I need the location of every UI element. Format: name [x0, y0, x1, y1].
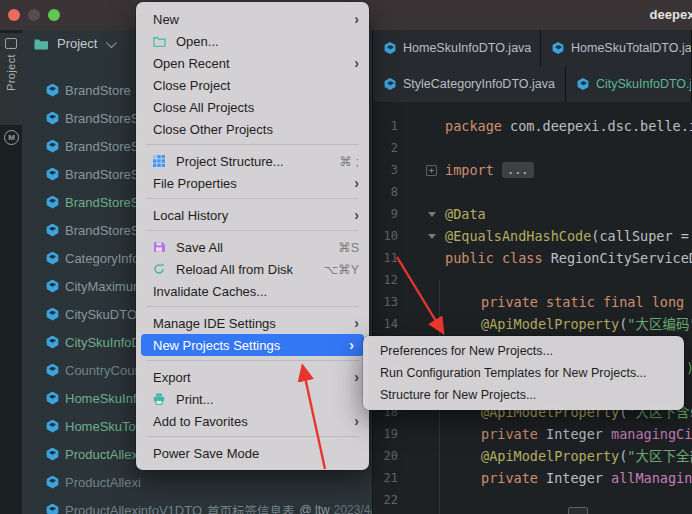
menu-item-export[interactable]: Export›: [136, 366, 369, 388]
project-tool-window-button[interactable]: Project: [0, 33, 22, 125]
menu-item-invalidate-caches[interactable]: Invalidate Caches...: [136, 280, 369, 302]
print-icon: [153, 393, 176, 405]
tree-item-label: ProductAllexi: [65, 475, 141, 490]
class-icon: [46, 420, 59, 433]
maven-icon[interactable]: M: [4, 130, 19, 145]
editor-line: 10@EqualsAndHashCode(callSuper = t: [373, 225, 692, 247]
tree-item-label: ProductAllexi: [65, 447, 141, 462]
line-number: 14: [373, 313, 398, 335]
menu-item-close-other-projects[interactable]: Close Other Projects: [136, 118, 369, 140]
minimize-traffic-light-icon[interactable]: [28, 9, 40, 21]
menu-item-local-history[interactable]: Local History›: [136, 204, 369, 226]
project-tool-label: Project: [5, 54, 17, 91]
submenu-arrow-icon: ›: [354, 52, 359, 74]
editor-tab[interactable]: HomeSkuTotalDTO.java✕: [541, 30, 692, 66]
menu-item-shortcut: ⌥⌘Y: [324, 262, 359, 277]
project-panel-title: Project: [57, 36, 97, 51]
menu-item-manage-ide-settings[interactable]: Manage IDE Settings›: [136, 312, 369, 334]
gutter: [398, 247, 445, 269]
menu-item-label: Power Save Mode: [153, 446, 359, 461]
editor-tab[interactable]: StyleCategoryInfoDTO.java✕: [373, 66, 566, 102]
editor-line: 11public class RegionCityServiceDa: [373, 247, 692, 269]
submenu-item-structure-for-new-projects[interactable]: Structure for New Projects...: [363, 384, 684, 406]
menu-item-label: Print...: [176, 392, 359, 407]
menu-item-label: Close Other Projects: [153, 122, 359, 137]
line-number: 11: [373, 247, 398, 269]
editor-line: 19private Integer managingCit: [373, 423, 692, 445]
code-text: package com.deepexi.dsc.belle.in: [445, 115, 692, 137]
chevron-down-icon[interactable]: [106, 36, 117, 47]
line-number: 12: [373, 269, 398, 291]
menu-item-open[interactable]: Open...: [136, 30, 369, 52]
fold-expand-icon[interactable]: +: [426, 165, 437, 176]
zoom-traffic-light-icon[interactable]: [48, 9, 60, 21]
editor-line: 14@ApiModelProperty("大区编码"): [373, 313, 692, 335]
submenu-arrow-icon: ›: [354, 204, 359, 226]
menu-item-add-to-favorites[interactable]: Add to Favorites›: [136, 410, 369, 432]
menu-item-project-structure[interactable]: Project Structure...⌘ ;: [136, 150, 369, 172]
editor-line: 12: [373, 269, 692, 291]
code-text: @Data: [445, 203, 692, 225]
class-icon: [46, 252, 59, 265]
editor-tab[interactable]: HomeSkuInfoDTO.java✕: [373, 30, 541, 66]
menu-item-label: Add to Favorites: [153, 414, 346, 429]
tree-item-label: CountryCount: [65, 363, 145, 378]
code-sliver: ): [686, 357, 692, 379]
class-icon: [552, 42, 564, 54]
class-icon: [46, 112, 59, 125]
menu-item-new[interactable]: New›: [136, 8, 369, 30]
menu-item-label: Close All Projects: [153, 100, 359, 115]
menu-separator: [146, 360, 359, 361]
menu-separator: [146, 306, 359, 307]
code-text: @EqualsAndHashCode(callSuper = t: [445, 225, 692, 247]
menu-item-save-all[interactable]: Save All⌘S: [136, 236, 369, 258]
file-menu: New›Open...Open Recent›Close ProjectClos…: [136, 2, 369, 470]
menu-item-new-projects-settings[interactable]: New Projects Settings›: [141, 334, 364, 356]
submenu-item-preferences-for-new-projects[interactable]: Preferences for New Projects...: [363, 340, 684, 362]
class-icon: [46, 140, 59, 153]
fold-collapse-icon[interactable]: [428, 212, 436, 217]
menu-item-print[interactable]: Print...: [136, 388, 369, 410]
menu-item-label: Open...: [176, 34, 359, 49]
class-icon: [46, 224, 59, 237]
menu-item-label: Invalidate Caches...: [153, 284, 359, 299]
gutter: [398, 181, 445, 203]
menu-item-label: File Properties: [153, 176, 346, 191]
line-number: 20: [373, 445, 398, 467]
folder-icon: [153, 36, 176, 47]
code-text: @ApiModelProperty("大区下全部: [445, 445, 692, 467]
gutter: [398, 225, 445, 247]
menu-item-label: Export: [153, 370, 346, 385]
menu-separator: [146, 144, 359, 145]
collapsed-fold-box[interactable]: [568, 507, 588, 514]
editor-line: 20@ApiModelProperty("大区下全部: [373, 445, 692, 467]
submenu-item-run-configuration-templates-for-new-projects[interactable]: Run Configuration Templates for New Proj…: [363, 362, 684, 384]
menu-item-reload-all-from-disk[interactable]: Reload All from Disk⌥⌘Y: [136, 258, 369, 280]
close-traffic-light-icon[interactable]: [8, 9, 20, 21]
menu-item-label: New Projects Settings: [153, 338, 341, 353]
menu-item-file-properties[interactable]: File Properties›: [136, 172, 369, 194]
menu-item-close-all-projects[interactable]: Close All Projects: [136, 96, 369, 118]
class-icon: [46, 336, 59, 349]
editor-tab[interactable]: CitySkuInfoDTO.java: [566, 66, 692, 102]
project-tree-item[interactable]: ProductAllexinfoV1DTO首页标签信息表@ ltw2023/4/: [22, 496, 372, 514]
project-tree-item[interactable]: ProductAllexi: [22, 468, 372, 496]
submenu-arrow-icon: ›: [354, 8, 359, 30]
tree-item-label: CityMaximum: [65, 279, 144, 294]
tab-label: HomeSkuTotalDTO.java: [571, 41, 692, 55]
code-text: import ...: [445, 159, 692, 181]
fold-collapse-icon[interactable]: [428, 234, 436, 239]
menu-item-label: Reload All from Disk: [176, 262, 316, 277]
code-editor[interactable]: 1package com.deepexi.dsc.belle.in23+impo…: [373, 102, 692, 514]
menu-item-close-project[interactable]: Close Project: [136, 74, 369, 96]
menu-item-power-save-mode[interactable]: Power Save Mode: [136, 442, 369, 464]
gutter: [398, 203, 445, 225]
line-number: 9: [373, 203, 398, 225]
line-number: 3: [373, 159, 398, 181]
gutter: [398, 445, 445, 467]
gutter: [398, 489, 445, 511]
menu-item-open-recent[interactable]: Open Recent›: [136, 52, 369, 74]
tree-item-label: BrandStoreSk: [65, 223, 146, 238]
line-number: 10: [373, 225, 398, 247]
menu-item-label: Local History: [153, 208, 346, 223]
